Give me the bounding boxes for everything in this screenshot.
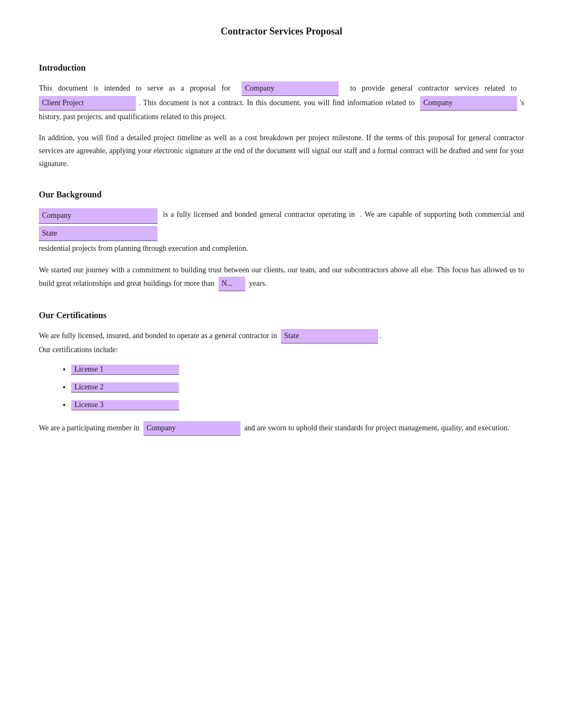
cert-text-1: We are fully licensed, insured, and bond… — [39, 332, 277, 340]
background-state-field[interactable]: State — [39, 226, 157, 242]
background-text-4: years. — [249, 279, 267, 287]
client-project-field[interactable]: Client Project — [39, 96, 136, 111]
background-company-field[interactable]: Company — [39, 208, 157, 224]
license-3-field[interactable]: License 3 — [71, 400, 179, 410]
introduction-section: Introduction This document is intended t… — [39, 63, 524, 170]
page-title: Contractor Services Proposal — [39, 26, 524, 37]
cert-text-4: We are a participating member in — [39, 424, 140, 432]
list-item: License 1 — [71, 365, 524, 375]
certifications-list: License 1 License 2 License 3 — [39, 365, 524, 410]
background-fields: Company State — [39, 208, 157, 243]
certifications-state-field[interactable]: State — [281, 329, 378, 344]
introduction-paragraph-1: This document is intended to serve as a … — [39, 81, 524, 123]
cert-text-5: and are sworn to uphold their standards … — [244, 424, 510, 432]
intro-text-3: . This document is not a contract. In th… — [139, 99, 415, 107]
background-paragraph-2: We started our journey with a commitment… — [39, 264, 524, 291]
license-1-field[interactable]: License 1 — [71, 365, 179, 375]
background-text-1: is a fully licensed and bonded general c… — [163, 210, 355, 218]
company-field-2[interactable]: Company — [420, 96, 517, 111]
intro-text-2: to provide general contractor services r… — [350, 84, 517, 92]
introduction-heading: Introduction — [39, 63, 524, 73]
our-background-heading: Our Background — [39, 190, 524, 200]
list-item: License 2 — [71, 382, 524, 393]
introduction-paragraph-2: In addition, you will find a detailed pr… — [39, 132, 524, 170]
our-certifications-heading: Our Certifications — [39, 311, 524, 320]
list-item: License 3 — [71, 400, 524, 410]
company-field-1[interactable]: Company — [242, 81, 339, 96]
certifications-paragraph-2: We are a participating member in Company… — [39, 421, 524, 436]
certifications-company-field[interactable]: Company — [143, 421, 241, 436]
intro-text-1: This document is intended to serve as a … — [39, 84, 230, 92]
our-background-section: Our Background Company State is a fully … — [39, 190, 524, 291]
years-field[interactable]: N... — [218, 277, 245, 291]
background-paragraph-1: Company State is a fully licensed and bo… — [39, 208, 524, 255]
certifications-paragraph-1: We are fully licensed, insured, and bond… — [39, 329, 524, 356]
cert-text-3: Our certifications include: — [39, 346, 118, 354]
cert-text-2: . — [380, 332, 382, 340]
license-2-field[interactable]: License 2 — [71, 382, 179, 393]
our-certifications-section: Our Certifications We are fully licensed… — [39, 311, 524, 436]
background-text-3: We started our journey with a commitment… — [39, 266, 524, 287]
